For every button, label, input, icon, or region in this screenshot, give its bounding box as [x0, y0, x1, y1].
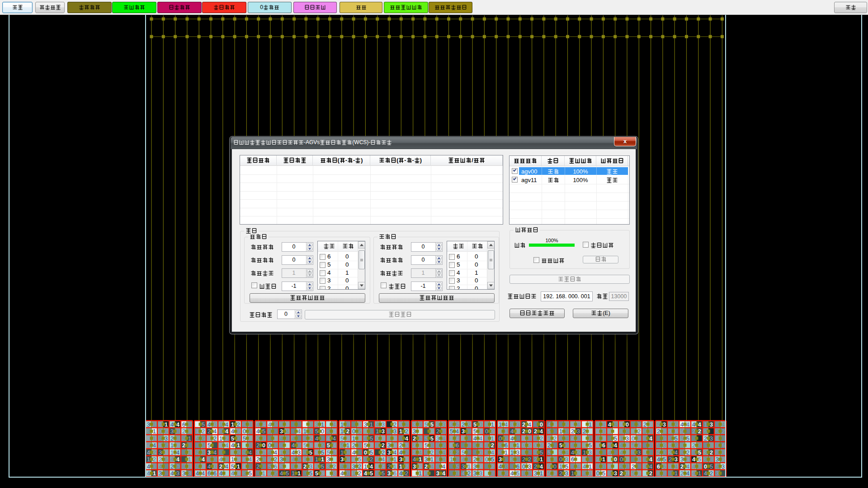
- svg-text:3: 3: [436, 470, 439, 477]
- svg-text:4: 4: [280, 470, 283, 477]
- svg-text:5: 5: [196, 450, 199, 456]
- svg-text:5: 5: [547, 428, 551, 435]
- svg-text:2: 2: [208, 456, 211, 463]
- svg-text:4: 4: [692, 456, 695, 463]
- svg-text:0: 0: [237, 436, 240, 442]
- svg-text:1: 1: [352, 436, 355, 442]
- svg-text:3: 3: [393, 436, 396, 442]
- svg-text:0: 0: [485, 456, 488, 463]
- svg-text:3: 3: [614, 470, 617, 477]
- svg-text:5: 5: [425, 436, 428, 442]
- svg-text:4: 4: [419, 450, 422, 456]
- svg-text:4: 4: [249, 456, 252, 463]
- svg-text:4: 4: [608, 450, 611, 456]
- svg-text:4: 4: [274, 450, 277, 456]
- svg-text:5: 5: [430, 422, 434, 428]
- svg-text:6: 6: [182, 422, 185, 428]
- svg-text:4: 4: [675, 464, 678, 470]
- svg-text:4: 4: [208, 422, 211, 428]
- svg-text:3: 3: [643, 456, 646, 463]
- svg-text:3: 3: [213, 422, 217, 428]
- svg-text:3: 3: [479, 470, 482, 477]
- svg-text:3: 3: [473, 464, 476, 470]
- svg-text:2: 2: [491, 428, 494, 435]
- svg-text:2: 2: [413, 450, 416, 456]
- svg-text:2: 2: [170, 464, 174, 470]
- svg-text:4: 4: [159, 464, 162, 470]
- svg-text:1: 1: [170, 450, 174, 456]
- svg-text:1: 1: [303, 450, 307, 456]
- svg-text:2: 2: [505, 436, 508, 442]
- svg-text:0: 0: [704, 464, 707, 470]
- svg-text:2: 2: [467, 422, 471, 428]
- svg-text:1: 1: [292, 470, 295, 477]
- svg-text:5: 5: [405, 442, 408, 449]
- svg-text:5: 5: [680, 436, 684, 442]
- svg-text:5: 5: [565, 464, 568, 470]
- svg-text:1: 1: [237, 464, 240, 470]
- svg-text:4: 4: [315, 436, 318, 442]
- svg-text:4: 4: [649, 450, 652, 456]
- svg-text:6: 6: [505, 442, 508, 449]
- svg-text:0: 0: [596, 470, 599, 477]
- svg-text:3: 3: [333, 470, 336, 477]
- svg-text:2: 2: [405, 464, 408, 470]
- svg-text:5: 5: [370, 450, 373, 456]
- svg-text:5: 5: [165, 428, 168, 435]
- svg-text:2: 2: [153, 456, 156, 463]
- svg-text:5: 5: [450, 428, 453, 435]
- svg-text:1: 1: [540, 456, 543, 463]
- svg-text:1: 1: [589, 470, 592, 477]
- svg-text:2: 2: [559, 470, 562, 477]
- svg-text:2: 2: [333, 464, 336, 470]
- svg-text:1: 1: [589, 436, 592, 442]
- svg-text:4: 4: [505, 422, 508, 428]
- svg-text:2: 2: [153, 450, 156, 456]
- svg-text:4: 4: [649, 428, 652, 435]
- svg-text:2: 2: [675, 422, 678, 428]
- svg-text:3: 3: [159, 450, 162, 456]
- svg-text:3: 3: [516, 450, 519, 456]
- svg-text:4: 4: [268, 422, 271, 428]
- svg-text:2: 2: [256, 464, 259, 470]
- svg-text:4: 4: [370, 464, 373, 470]
- svg-text:4: 4: [577, 422, 580, 428]
- svg-text:4: 4: [225, 422, 228, 428]
- svg-text:4: 4: [280, 436, 283, 442]
- svg-text:4: 4: [442, 456, 445, 463]
- svg-text:4: 4: [479, 464, 482, 470]
- svg-text:6: 6: [456, 442, 459, 449]
- svg-text:4: 4: [358, 442, 361, 449]
- svg-text:5: 5: [309, 450, 312, 456]
- svg-text:4: 4: [686, 470, 689, 477]
- svg-text:3: 3: [704, 450, 707, 456]
- svg-text:6: 6: [608, 464, 611, 470]
- svg-text:1: 1: [430, 456, 434, 463]
- svg-text:4: 4: [722, 422, 725, 428]
- svg-text:0: 0: [522, 442, 525, 449]
- svg-text:5: 5: [370, 470, 373, 477]
- svg-text:1: 1: [346, 422, 349, 428]
- svg-text:2: 2: [213, 436, 217, 442]
- svg-text:5: 5: [547, 456, 551, 463]
- svg-text:4: 4: [698, 422, 701, 428]
- svg-text:2: 2: [540, 436, 543, 442]
- svg-text:0: 0: [663, 450, 666, 456]
- svg-text:2: 2: [315, 464, 318, 470]
- svg-text:0: 0: [540, 422, 543, 428]
- svg-text:2: 2: [686, 450, 689, 456]
- svg-text:4: 4: [292, 450, 295, 456]
- svg-text:0: 0: [399, 436, 402, 442]
- svg-text:3: 3: [528, 464, 531, 470]
- svg-text:0: 0: [669, 442, 672, 449]
- svg-text:4: 4: [249, 422, 252, 428]
- svg-text:3: 3: [219, 428, 222, 435]
- svg-text:0: 0: [479, 422, 482, 428]
- svg-text:5: 5: [686, 428, 689, 435]
- svg-text:3: 3: [159, 470, 162, 477]
- svg-text:3: 3: [608, 470, 611, 477]
- svg-text:2: 2: [382, 450, 385, 456]
- svg-text:5: 5: [249, 428, 252, 435]
- svg-text:4: 4: [196, 436, 199, 442]
- svg-text:2: 2: [413, 436, 416, 442]
